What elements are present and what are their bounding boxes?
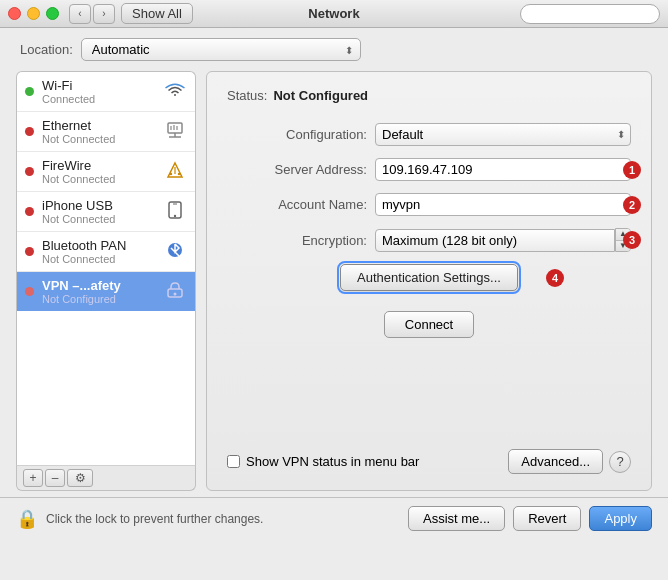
apply-button[interactable]: Apply [589,506,652,531]
maximize-button[interactable] [46,7,59,20]
server-address-input[interactable] [375,158,631,181]
bluetooth-name: Bluetooth PAN [42,238,155,253]
svg-point-9 [178,172,180,174]
assist-me-button[interactable]: Assist me... [408,506,505,531]
network-gear-button[interactable]: ⚙ [67,469,93,487]
sidebar: Wi-Fi Connected Ethernet Not [16,71,196,491]
encryption-label: Encryption: [227,233,367,248]
sidebar-item-ethernet[interactable]: Ethernet Not Connected [17,112,195,152]
location-select-wrapper: Automatic Home Work ⬍ [81,38,361,61]
account-name-input[interactable] [375,193,631,216]
auth-settings-button[interactable]: Authentication Settings... [340,264,518,291]
back-button[interactable]: ‹ [69,4,91,24]
forward-button[interactable]: › [93,4,115,24]
encryption-select[interactable]: Maximum (128 bit only) [375,229,615,252]
svg-point-15 [174,292,177,295]
right-panel: Status: Not Configured Configuration: De… [206,71,652,491]
firewire-icon [163,161,187,183]
location-bar: Location: Automatic Home Work ⬍ [0,28,668,71]
encryption-badge: 3 [623,231,641,249]
vpn-status: Not Configured [42,293,155,305]
revert-button[interactable]: Revert [513,506,581,531]
firewire-status: Not Connected [42,173,155,185]
advanced-button[interactable]: Advanced... [508,449,603,474]
ethernet-icon [163,121,187,143]
bluetooth-icon [163,241,187,263]
remove-network-button[interactable]: – [45,469,65,487]
show-vpn-checkbox[interactable] [227,455,240,468]
iphone-icon [163,201,187,223]
help-button[interactable]: ? [609,451,631,473]
show-vpn-label: Show VPN status in menu bar [246,454,419,469]
status-label: Status: [227,88,267,103]
show-all-button[interactable]: Show All [121,3,193,24]
svg-rect-0 [168,123,182,133]
configuration-label: Configuration: [227,127,367,142]
status-row: Status: Not Configured [227,88,631,103]
main-content: Wi-Fi Connected Ethernet Not [16,71,652,491]
account-input-wrapper: 2 [375,193,631,216]
account-badge: 2 [623,196,641,214]
vpn-status-dot [25,287,34,296]
vpn-icon [163,281,187,303]
minimize-button[interactable] [27,7,40,20]
connect-row: Connect [227,311,631,338]
wifi-status-dot [25,87,34,96]
auth-settings-row: Authentication Settings... 4 [227,264,631,291]
show-vpn-row: Show VPN status in menu bar Advanced... … [227,449,631,474]
server-badge: 1 [623,161,641,179]
bluetooth-status: Not Connected [42,253,155,265]
sidebar-list: Wi-Fi Connected Ethernet Not [16,71,196,465]
sidebar-item-wifi[interactable]: Wi-Fi Connected [17,72,195,112]
lock-icon[interactable]: 🔒 [16,508,38,530]
server-input-wrapper: 1 [375,158,631,181]
encryption-row: Encryption: Maximum (128 bit only) ▲ ▼ 3 [227,228,631,252]
title-bar: ‹ › Show All ⌕ Network [0,0,668,28]
wifi-name: Wi-Fi [42,78,155,93]
iphone-name: iPhone USB [42,198,155,213]
traffic-lights [8,7,59,20]
sidebar-item-iphone-usb[interactable]: iPhone USB Not Connected [17,192,195,232]
form-area: Configuration: Default ⬍ Server Address:… [227,123,631,409]
bottom-toolbar: 🔒 Click the lock to prevent further chan… [0,497,668,539]
search-input[interactable] [520,4,660,24]
lock-text: Click the lock to prevent further change… [46,512,400,526]
server-label: Server Address: [227,162,367,177]
iphone-status: Not Connected [42,213,155,225]
wifi-icon [163,82,187,102]
configuration-select[interactable]: Default [375,123,631,146]
svg-point-12 [174,214,176,216]
bluetooth-status-dot [25,247,34,256]
connect-button[interactable]: Connect [384,311,474,338]
window-title: Network [308,6,359,21]
sidebar-item-vpn[interactable]: VPN –...afety Not Configured [17,272,195,311]
ethernet-status-dot [25,127,34,136]
encryption-wrapper: Maximum (128 bit only) ▲ ▼ 3 [375,228,631,252]
location-select[interactable]: Automatic Home Work [81,38,361,61]
add-network-button[interactable]: + [23,469,43,487]
vpn-name: VPN –...afety [42,278,155,293]
firewire-name: FireWire [42,158,155,173]
account-name-row: Account Name: 2 [227,193,631,216]
account-label: Account Name: [227,197,367,212]
location-label: Location: [20,42,73,57]
server-address-row: Server Address: 1 [227,158,631,181]
status-value: Not Configured [273,88,368,103]
configuration-row: Configuration: Default ⬍ [227,123,631,146]
nav-buttons: ‹ › [69,4,115,24]
svg-point-8 [170,172,172,174]
sidebar-item-firewire[interactable]: FireWire Not Connected [17,152,195,192]
iphone-status-dot [25,207,34,216]
wifi-status: Connected [42,93,155,105]
sidebar-controls: + – ⚙ [16,465,196,491]
ethernet-name: Ethernet [42,118,155,133]
close-button[interactable] [8,7,21,20]
sidebar-item-bluetooth-pan[interactable]: Bluetooth PAN Not Connected [17,232,195,272]
auth-badge: 4 [546,269,564,287]
firewire-status-dot [25,167,34,176]
configuration-select-wrapper: Default ⬍ [375,123,631,146]
ethernet-status: Not Connected [42,133,155,145]
